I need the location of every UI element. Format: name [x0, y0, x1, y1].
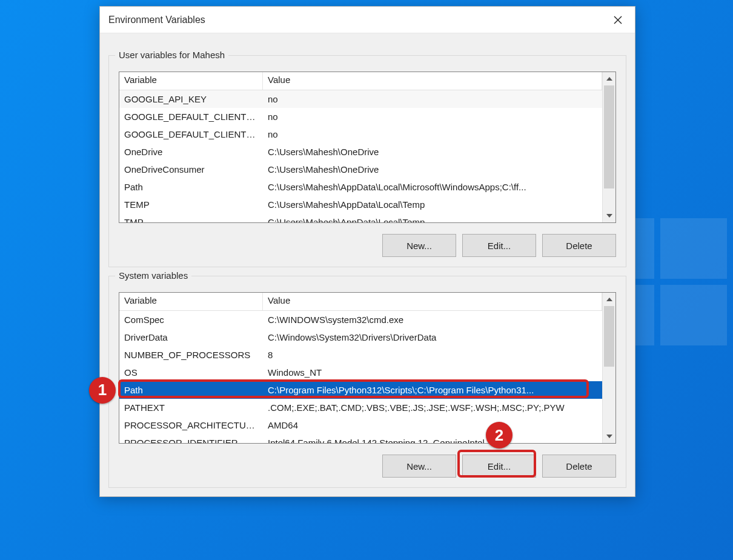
row-variable: PATHEXT	[119, 401, 263, 414]
close-button[interactable]	[601, 7, 635, 33]
system-variables-legend: System variables	[115, 270, 191, 281]
row-value: no	[263, 110, 602, 123]
user-variables-group: User variables for Mahesh Variable Value…	[108, 55, 626, 267]
system-col-variable[interactable]: Variable	[119, 293, 263, 310]
row-value: 8	[263, 348, 602, 361]
system-new-button[interactable]: New...	[382, 455, 456, 478]
system-variables-group: System variables Variable Value ComSpecC…	[108, 276, 626, 488]
user-col-value[interactable]: Value	[263, 72, 602, 90]
row-variable: TEMP	[119, 198, 263, 211]
svg-marker-2	[606, 77, 612, 81]
table-row[interactable]: ComSpecC:\WINDOWS\system32\cmd.exe	[119, 311, 602, 328]
user-edit-button[interactable]: Edit...	[462, 234, 536, 257]
scrollbar-thumb[interactable]	[604, 85, 614, 188]
system-col-value[interactable]: Value	[263, 293, 602, 310]
scroll-down-icon[interactable]	[603, 430, 615, 443]
row-variable: NUMBER_OF_PROCESSORS	[119, 348, 263, 361]
row-value: .COM;.EXE;.BAT;.CMD;.VBS;.VBE;.JS;.JSE;.…	[263, 401, 602, 414]
system-delete-button[interactable]: Delete	[542, 455, 616, 478]
table-row[interactable]: TEMPC:\Users\Mahesh\AppData\Local\Temp	[119, 196, 602, 213]
row-value: no	[263, 93, 602, 105]
row-variable: OneDrive	[119, 145, 263, 158]
dialog-title: Environment Variables	[108, 15, 205, 25]
table-row[interactable]: GOOGLE_API_KEYno	[119, 90, 602, 108]
table-row[interactable]: GOOGLE_DEFAULT_CLIENT_IDno	[119, 108, 602, 125]
annotation-callout-2: 2	[486, 422, 512, 448]
system-variables-list[interactable]: Variable Value ComSpecC:\WINDOWS\system3…	[119, 292, 616, 444]
row-value: C:\Users\Mahesh\AppData\Local\Microsoft\…	[263, 181, 602, 193]
row-value: Intel64 Family 6 Model 142 Stepping 12, …	[263, 436, 602, 443]
row-value: C:\Users\Mahesh\AppData\Local\Temp	[263, 216, 602, 222]
row-variable: GOOGLE_DEFAULT_CLIENT_...	[119, 128, 263, 141]
system-edit-button[interactable]: Edit...	[462, 455, 536, 478]
row-variable: OS	[119, 366, 263, 379]
row-value: C:\Users\Mahesh\OneDrive	[263, 163, 602, 176]
table-row[interactable]: DriverDataC:\Windows\System32\Drivers\Dr…	[119, 328, 602, 346]
table-row[interactable]: PROCESSOR_ARCHITECTUREAMD64	[119, 416, 602, 434]
annotation-callout-1: 1	[89, 377, 116, 404]
table-row[interactable]: NUMBER_OF_PROCESSORS8	[119, 346, 602, 364]
titlebar: Environment Variables	[100, 7, 635, 33]
row-variable: ComSpec	[119, 313, 263, 326]
row-value: C:\Program Files\Python312\Scripts\;C:\P…	[263, 384, 602, 396]
row-variable: GOOGLE_API_KEY	[119, 93, 263, 105]
row-variable: PROCESSOR_ARCHITECTURE	[119, 419, 263, 432]
table-row[interactable]: OSWindows_NT	[119, 364, 602, 381]
environment-variables-dialog: Environment Variables User variables for…	[99, 6, 635, 497]
table-row[interactable]: OneDriveConsumerC:\Users\Mahesh\OneDrive	[119, 161, 602, 178]
row-value: Windows_NT	[263, 366, 602, 379]
svg-marker-5	[606, 435, 612, 438]
row-value: C:\Users\Mahesh\AppData\Local\Temp	[263, 198, 602, 211]
table-row[interactable]: GOOGLE_DEFAULT_CLIENT_...no	[119, 125, 602, 143]
row-value: AMD64	[263, 419, 602, 432]
user-list-scrollbar[interactable]	[602, 72, 615, 222]
scroll-down-icon[interactable]	[603, 209, 615, 222]
svg-marker-4	[606, 298, 612, 301]
row-variable: TMP	[119, 216, 263, 222]
scroll-up-icon[interactable]	[603, 72, 615, 85]
row-variable: OneDriveConsumer	[119, 163, 263, 176]
table-row[interactable]: PathC:\Program Files\Python312\Scripts\;…	[119, 381, 602, 399]
table-row[interactable]: PATHEXT.COM;.EXE;.BAT;.CMD;.VBS;.VBE;.JS…	[119, 399, 602, 416]
table-row[interactable]: TMPC:\Users\Mahesh\AppData\Local\Temp	[119, 213, 602, 222]
svg-marker-3	[606, 214, 612, 218]
user-delete-button[interactable]: Delete	[542, 234, 616, 257]
table-row[interactable]: PathC:\Users\Mahesh\AppData\Local\Micros…	[119, 178, 602, 196]
row-variable: Path	[119, 384, 263, 396]
user-new-button[interactable]: New...	[382, 234, 456, 257]
system-list-scrollbar[interactable]	[602, 293, 615, 443]
scroll-up-icon[interactable]	[603, 293, 615, 306]
scrollbar-thumb[interactable]	[604, 306, 614, 367]
dialog-body: User variables for Mahesh Variable Value…	[100, 33, 635, 496]
row-value: C:\WINDOWS\system32\cmd.exe	[263, 313, 602, 326]
user-variables-legend: User variables for Mahesh	[115, 50, 228, 60]
user-col-variable[interactable]: Variable	[119, 72, 263, 90]
table-row[interactable]: PROCESSOR_IDENTIFIERIntel64 Family 6 Mod…	[119, 434, 602, 443]
user-variables-list[interactable]: Variable Value GOOGLE_API_KEYnoGOOGLE_DE…	[119, 72, 616, 223]
row-variable: DriverData	[119, 331, 263, 344]
table-row[interactable]: OneDriveC:\Users\Mahesh\OneDrive	[119, 143, 602, 161]
row-variable: PROCESSOR_IDENTIFIER	[119, 436, 263, 443]
close-icon	[614, 16, 622, 24]
row-variable: Path	[119, 181, 263, 193]
row-value: no	[263, 128, 602, 141]
row-value: C:\Users\Mahesh\OneDrive	[263, 145, 602, 158]
row-value: C:\Windows\System32\Drivers\DriverData	[263, 331, 602, 344]
row-variable: GOOGLE_DEFAULT_CLIENT_ID	[119, 110, 263, 123]
